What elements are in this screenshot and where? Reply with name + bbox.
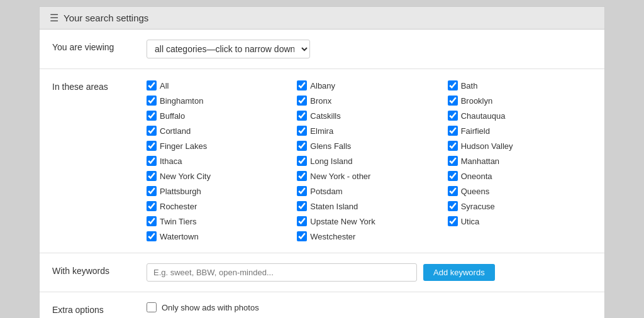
extra-content: Only show ads with photos <box>147 302 592 312</box>
area-checkbox[interactable] <box>448 96 458 106</box>
area-checkbox[interactable] <box>448 186 458 196</box>
area-checkbox[interactable] <box>147 186 157 196</box>
area-checkbox[interactable] <box>297 80 307 90</box>
area-checkbox[interactable] <box>147 80 157 90</box>
area-checkbox[interactable] <box>297 156 307 166</box>
area-checkbox-label: Fairfield <box>461 126 490 136</box>
list-item: Bronx <box>297 94 441 107</box>
area-checkbox[interactable] <box>147 111 157 121</box>
area-checkbox[interactable] <box>147 141 157 151</box>
area-checkbox[interactable] <box>147 216 157 226</box>
area-checkbox-label: All <box>160 81 169 90</box>
area-checkbox[interactable] <box>297 126 307 136</box>
area-checkbox-label: Twin Tiers <box>160 217 197 226</box>
list-item: Glens Falls <box>297 140 441 152</box>
area-checkbox-label: Upstate New York <box>310 217 375 226</box>
menu-icon: ☰ <box>50 12 58 24</box>
area-checkbox[interactable] <box>147 171 157 181</box>
list-item: Staten Island <box>297 200 441 212</box>
list-item: Rochester <box>147 200 291 212</box>
area-checkbox-label: Potsdam <box>310 187 342 196</box>
area-checkbox-label: Bronx <box>310 96 331 106</box>
area-checkbox[interactable] <box>147 201 157 211</box>
header: ☰ Your search settings <box>40 7 604 30</box>
list-item: Binghamton <box>147 94 291 107</box>
list-item: Manhattan <box>448 155 592 167</box>
area-checkbox[interactable] <box>297 231 307 241</box>
page-title: Your search settings <box>64 13 148 23</box>
area-checkbox[interactable] <box>448 126 458 136</box>
viewing-section: You are viewing all categories—click to … <box>40 30 604 69</box>
area-checkbox-label: Staten Island <box>310 202 358 211</box>
keywords-label: With keywords <box>52 263 134 276</box>
viewing-label: You are viewing <box>52 40 134 52</box>
areas-grid: AllAlbanyBathBinghamtonBronxBrooklynBuff… <box>147 79 592 243</box>
area-checkbox[interactable] <box>297 96 307 106</box>
area-checkbox-label: Hudson Valley <box>461 141 513 151</box>
list-item: Long Island <box>297 155 441 167</box>
area-checkbox[interactable] <box>147 231 157 241</box>
area-checkbox[interactable] <box>297 141 307 151</box>
list-item: Cortland <box>147 124 291 137</box>
area-checkbox[interactable] <box>147 126 157 136</box>
list-item: All <box>147 79 291 92</box>
list-item: Utica <box>448 215 592 228</box>
area-checkbox[interactable] <box>297 201 307 211</box>
area-checkbox-label: Cortland <box>160 126 191 136</box>
area-checkbox-label: New York City <box>160 172 211 181</box>
list-item: Potsdam <box>297 185 441 197</box>
photos-label: Only show ads with photos <box>162 303 259 312</box>
area-checkbox-label: Albany <box>310 81 335 90</box>
list-item: Chautauqua <box>448 109 592 122</box>
list-item: Watertown <box>147 230 291 243</box>
list-item: Albany <box>297 79 441 92</box>
add-keywords-button[interactable]: Add keywords <box>423 264 495 281</box>
area-checkbox[interactable] <box>297 186 307 196</box>
area-checkbox[interactable] <box>147 96 157 106</box>
area-checkbox-label: Utica <box>461 217 480 226</box>
area-checkbox[interactable] <box>448 216 458 226</box>
list-item: Hudson Valley <box>448 140 592 152</box>
photos-checkbox[interactable] <box>147 302 157 312</box>
list-item: Fairfield <box>448 124 592 137</box>
category-dropdown[interactable]: all categories—click to narrow down <box>147 40 310 58</box>
list-item: Elmira <box>297 124 441 137</box>
area-checkbox[interactable] <box>448 141 458 151</box>
area-checkbox-label: Brooklyn <box>461 96 493 106</box>
area-checkbox[interactable] <box>297 171 307 181</box>
area-checkbox-label: Finger Lakes <box>160 141 207 151</box>
list-item: Ithaca <box>147 155 291 167</box>
list-item: Upstate New York <box>297 215 441 228</box>
area-checkbox-label: Plattsburgh <box>160 187 201 196</box>
list-item: Buffalo <box>147 109 291 122</box>
keywords-section: With keywords Add keywords <box>40 253 604 292</box>
list-item: Twin Tiers <box>147 215 291 228</box>
keywords-input[interactable] <box>147 263 417 282</box>
content: You are viewing all categories—click to … <box>40 30 604 318</box>
list-item: Finger Lakes <box>147 140 291 152</box>
area-checkbox[interactable] <box>297 216 307 226</box>
area-checkbox-label: Bath <box>461 81 478 90</box>
list-item: New York City <box>147 170 291 182</box>
page-container: ☰ Your search settings You are viewing a… <box>39 6 605 318</box>
area-checkbox-label: Watertown <box>160 232 199 241</box>
area-checkbox[interactable] <box>448 171 458 181</box>
area-checkbox-label: Long Island <box>310 156 352 166</box>
area-checkbox-label: Manhattan <box>461 156 499 166</box>
list-item: Syracuse <box>448 200 592 212</box>
list-item: Bath <box>448 79 592 92</box>
area-checkbox[interactable] <box>448 80 458 90</box>
area-checkbox-label: Westchester <box>310 232 355 241</box>
list-item: Plattsburgh <box>147 185 291 197</box>
area-checkbox[interactable] <box>448 156 458 166</box>
list-item: Queens <box>448 185 592 197</box>
area-checkbox[interactable] <box>147 156 157 166</box>
area-checkbox[interactable] <box>448 201 458 211</box>
area-checkbox-label: Buffalo <box>160 111 185 121</box>
areas-label: In these areas <box>52 79 134 92</box>
area-checkbox-label: Catskills <box>310 111 340 121</box>
area-checkbox[interactable] <box>448 111 458 121</box>
list-item: Oneonta <box>448 170 592 182</box>
extra-section: Extra options Only show ads with photos <box>40 292 604 318</box>
area-checkbox[interactable] <box>297 111 307 121</box>
